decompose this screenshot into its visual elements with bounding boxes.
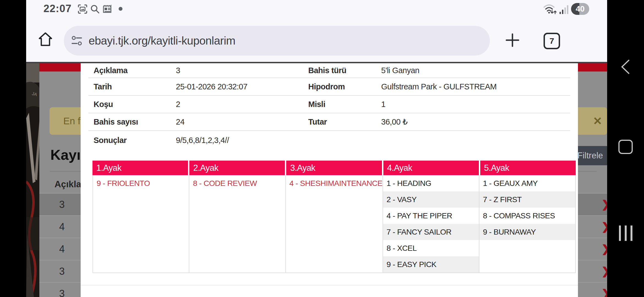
leg-header: 5.Ayak	[480, 161, 576, 175]
horse-entry: 4 - PAY THE PIPER	[383, 208, 479, 224]
horse-entry: 7 - Z FIRST	[479, 191, 575, 208]
search-notification-icon	[90, 4, 100, 14]
page-title: Kayı	[50, 147, 81, 163]
row-expand-icon[interactable]: ❯	[601, 216, 607, 238]
cell-signal-icon	[560, 5, 569, 15]
nav-back-icon[interactable]	[607, 58, 644, 75]
nav-home-icon[interactable]	[607, 140, 644, 154]
browser-chrome: 22:07	[26, 0, 607, 63]
legs-header-row: 1.Ayak 2.Ayak 3.Ayak 4.Ayak 5.Ayak	[92, 161, 576, 175]
screen-cutout-strip	[0, 0, 26, 297]
banner-close-icon[interactable]: ✕	[593, 107, 602, 135]
notification-dot-icon	[119, 7, 122, 11]
screenshot-notification-icon	[77, 4, 88, 14]
status-clock: 22:07	[43, 3, 72, 15]
wifi-icon	[543, 3, 557, 16]
leg-column: 1 - GEAUX AMY 7 - Z FIRST 8 - COMPASS RI…	[479, 175, 575, 273]
phone-screen: 22:07	[0, 0, 644, 297]
detail-row: Tarih25-01-2026 20:32:07 HipodromGulfstr…	[88, 78, 570, 96]
leg-header: 2.Ayak	[189, 161, 285, 175]
horse-entry: 8 - CODE REVIEW	[189, 175, 285, 191]
horse-entry: 4 - SHESHIMAINTENANCE	[286, 175, 383, 191]
battery-percent: 40	[571, 3, 589, 15]
legs-body: 9 - FRIOLENTO 8 - CODE REVIEW 4 - SHESHI…	[92, 175, 576, 273]
battery-indicator: 40	[571, 3, 589, 15]
row-expand-icon[interactable]: ❯	[601, 260, 607, 282]
home-icon[interactable]	[37, 31, 53, 47]
coupon-detail-modal: Açıklama3 Bahis türü5'li Ganyan Tarih25-…	[81, 63, 578, 297]
jockey-photo-banner: JA	[26, 63, 39, 297]
leg-header: 4.Ayak	[383, 161, 479, 175]
filter-button[interactable]: Filtrele	[575, 146, 607, 165]
leg-column: 9 - FRIOLENTO	[93, 175, 189, 273]
detail-row: Bahis sayısı24 Tutar36,00 ₺	[88, 113, 570, 131]
leg-header: 1.Ayak	[92, 161, 188, 175]
horse-entry: 1 - GEAUX AMY	[479, 175, 575, 191]
row-expand-icon[interactable]: ❯	[601, 283, 607, 297]
horse-entry: 8 - COMPASS RISES	[479, 208, 575, 224]
legs-table: 1.Ayak 2.Ayak 3.Ayak 4.Ayak 5.Ayak 9 - F…	[92, 161, 576, 273]
horse-entry: 2 - VASY	[383, 191, 479, 208]
detail-row: Sonuçlar9/5,6,8/1,2,3,4//	[88, 131, 570, 150]
android-nav-bar	[607, 0, 644, 297]
horse-entry: 9 - BURNAWAY	[479, 224, 575, 240]
address-bar[interactable]: ebayi.tjk.org/kayitli-kuponlarim	[64, 26, 490, 56]
news-notification-icon	[102, 4, 113, 14]
horse-entry: 9 - EASY PICK	[383, 256, 479, 273]
modal-footer-divider	[81, 285, 578, 285]
horse-entry: 9 - FRIOLENTO	[93, 175, 189, 191]
list-column-header: Açıkla	[54, 177, 81, 192]
new-tab-plus-icon[interactable]	[504, 32, 520, 48]
detail-row: Koşu2 Misli1	[88, 96, 570, 113]
horse-entry: 1 - HEADING	[383, 175, 479, 191]
row-expand-icon[interactable]: ❯	[601, 194, 607, 215]
tab-switcher-button[interactable]: 7	[544, 33, 560, 49]
leg-column: 8 - CODE REVIEW	[189, 175, 285, 273]
coupon-detail-table: Açıklama3 Bahis türü5'li Ganyan Tarih25-…	[88, 63, 570, 150]
leg-column: 4 - SHESHIMAINTENANCE	[285, 175, 383, 273]
horse-entry: 7 - FANCY SAILOR	[383, 224, 479, 240]
url-text[interactable]: ebayi.tjk.org/kayitli-kuponlarim	[89, 26, 235, 56]
leg-header: 3.Ayak	[286, 161, 382, 175]
detail-row: Açıklama3 Bahis türü5'li Ganyan	[88, 63, 570, 78]
horse-entry: 8 - XCEL	[383, 240, 479, 256]
nav-recents-icon[interactable]	[607, 226, 644, 241]
row-expand-icon[interactable]: ❯	[601, 238, 607, 260]
leg-column: 1 - HEADING 2 - VASY 4 - PAY THE PIPER 7…	[383, 175, 479, 273]
site-settings-tune-icon[interactable]	[70, 34, 83, 47]
